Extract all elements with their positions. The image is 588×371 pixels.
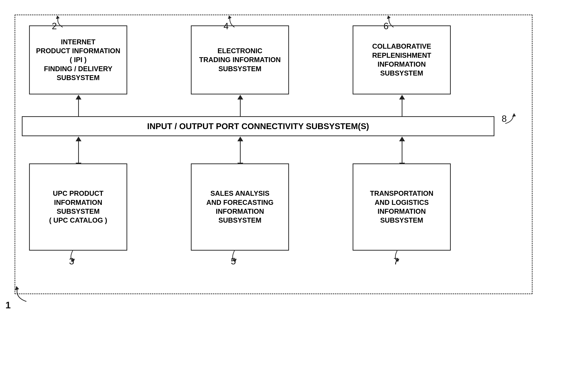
- svg-marker-4: [512, 113, 516, 117]
- ref-2-arrow: [53, 15, 67, 29]
- box-4-line2: TRADING INFORMATION: [199, 55, 281, 64]
- box-3-line2: INFORMATION: [49, 198, 107, 207]
- box-2-line2: PRODUCT INFORMATION: [36, 47, 120, 55]
- bar-8-text: INPUT / OUTPUT PORT CONNECTIVITY SUBSYST…: [147, 121, 369, 131]
- box-3-line3: SUBSYSTEM: [49, 207, 107, 216]
- box-6-line3: INFORMATION: [372, 60, 431, 69]
- box-6-line4: SUBSYSTEM: [372, 69, 431, 78]
- ref-1-arrow: [10, 283, 32, 305]
- ref-6-arrow: [384, 15, 399, 29]
- ref-4-arrow: [225, 15, 240, 29]
- box-2-line5: SUBSYSTEM: [36, 73, 120, 82]
- box-7-transportation-logistics: TRANSPORTATION AND LOGISTICS INFORMATION…: [353, 163, 451, 251]
- box-4-electronic-trading: ELECTRONIC TRADING INFORMATION SUBSYSTEM: [191, 25, 289, 94]
- box-4-line1: ELECTRONIC: [199, 47, 281, 55]
- box-5-line4: SUBSYSTEM: [206, 216, 273, 225]
- box-5-line1: SALES ANALYSIS: [206, 189, 273, 198]
- box-5-line3: INFORMATION: [206, 207, 273, 216]
- box-3-upc-product: UPC PRODUCT INFORMATION SUBSYSTEM ( UPC …: [29, 163, 127, 251]
- arrow-bar-box3: [76, 137, 81, 167]
- box-7-line3: INFORMATION: [370, 207, 433, 216]
- ref-3-arrow: [64, 247, 78, 263]
- box-2-internet-product: INTERNET PRODUCT INFORMATION ( IPI ) FIN…: [29, 25, 127, 94]
- bar-8-io-connectivity: INPUT / OUTPUT PORT CONNECTIVITY SUBSYST…: [22, 116, 494, 136]
- box-5-sales-analysis: SALES ANALYSIS AND FORECASTING INFORMATI…: [191, 163, 289, 251]
- arrow-bar-box5: [237, 137, 243, 167]
- box-2-line3: ( IPI ): [36, 55, 120, 64]
- box-7-line4: SUBSYSTEM: [370, 216, 433, 225]
- box-2-line1: INTERNET: [36, 38, 120, 47]
- box-5-line2: AND FORECASTING: [206, 198, 273, 207]
- ref-7-arrow: [388, 247, 403, 263]
- box-6-line1: COLLABORATIVE: [372, 42, 431, 51]
- box-6-collaborative-replenishment: COLLABORATIVE REPLENISHMENT INFORMATION …: [353, 25, 451, 94]
- svg-marker-0: [15, 286, 19, 290]
- svg-marker-1: [56, 15, 60, 19]
- box-4-line3: SUBSYSTEM: [199, 64, 281, 73]
- ref-8-arrow: [500, 112, 516, 126]
- box-3-line4: ( UPC CATALOG ): [49, 216, 107, 225]
- box-3-line1: UPC PRODUCT: [49, 189, 107, 198]
- arrow-bar-box7: [399, 137, 405, 167]
- box-7-line1: TRANSPORTATION: [370, 189, 433, 198]
- box-2-line4: FINDING / DELIVERY: [36, 64, 120, 73]
- ref-5-arrow: [225, 247, 240, 263]
- box-7-line2: AND LOGISTICS: [370, 198, 433, 207]
- box-6-line2: REPLENISHMENT: [372, 51, 431, 60]
